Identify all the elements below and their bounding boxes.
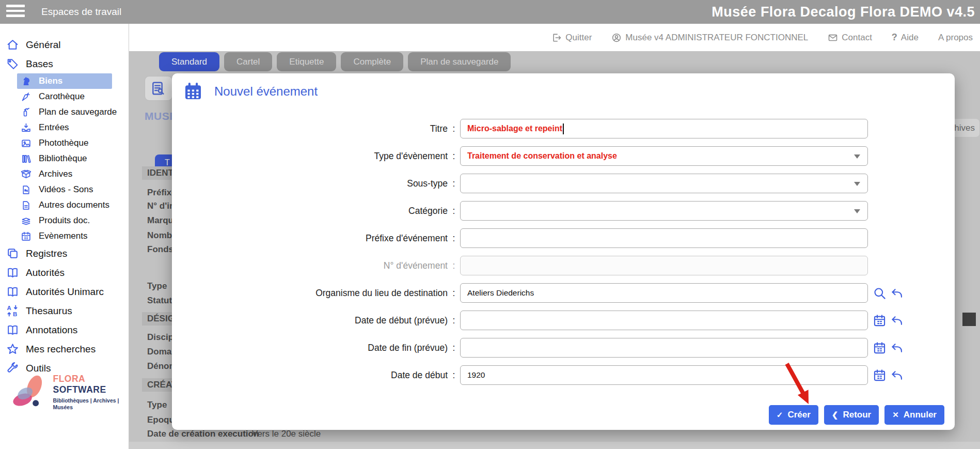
- field-label: Type d'évènement: [172, 151, 448, 162]
- dropdown-caret-icon[interactable]: [854, 209, 860, 213]
- field-action-icons: [873, 368, 904, 382]
- thumbnail-fragment: [962, 313, 976, 326]
- sidebar-item-label: Produits doc.: [39, 215, 90, 226]
- sidebar-item-label: Evènements: [39, 231, 88, 241]
- undo-icon[interactable]: [890, 341, 904, 355]
- input-organisme-du-lieu-de-destination[interactable]: Ateliers Diederichs: [460, 283, 868, 303]
- field-label: Organisme du lieu de destination: [172, 288, 448, 299]
- sidebar-item-autres-documents[interactable]: Autres documents: [0, 197, 129, 213]
- dropdown-caret-icon[interactable]: [854, 182, 860, 186]
- calendar-icon[interactable]: [873, 368, 887, 382]
- dialog-buttons: ✓Créer❮Retour✕Annuler: [769, 405, 944, 425]
- sidebar-item-vid-os-sons[interactable]: Vidéos - Sons: [0, 182, 129, 197]
- form-row-titre: Titre:Micro-sablage et repeint: [172, 119, 955, 138]
- dropdown-caret-icon[interactable]: [854, 154, 860, 159]
- translate-icon: AB: [6, 304, 19, 317]
- userbar-item-a-propos[interactable]: A propos: [938, 33, 973, 43]
- button-label: Retour: [843, 410, 871, 420]
- envelope-icon: [828, 33, 838, 43]
- footer-strip: [129, 442, 980, 449]
- sidebar-item-caroth-que[interactable]: Carothèque: [0, 89, 129, 104]
- bg-label-statut: Statut: [147, 296, 172, 306]
- button-label: Créer: [787, 410, 810, 420]
- button-label: Annuler: [904, 410, 937, 420]
- record-tabs: StandardCartelEtiquetteComplètePlan de s…: [159, 52, 511, 71]
- sidebar-item-biblioth-que[interactable]: Bibliothèque: [0, 151, 129, 166]
- books-icon: [21, 153, 31, 164]
- sidebar-item-mes-recherches[interactable]: Mes recherches: [0, 339, 129, 359]
- input-pr-fixe-d-v-nement[interactable]: [460, 228, 868, 248]
- input-titre[interactable]: Micro-sablage et repeint: [460, 119, 868, 138]
- select-sous-type[interactable]: [460, 174, 868, 193]
- sidebar-item-biens[interactable]: Biens: [17, 73, 112, 89]
- userbar-item-contact[interactable]: Contact: [828, 33, 872, 43]
- sidebar-item-phototh-que[interactable]: Photothèque: [0, 135, 129, 151]
- form-row-organisme-du-lieu-de-destination: Organisme du lieu de destination:Atelier…: [172, 283, 955, 303]
- input-date-de-d-but-pr-vue-[interactable]: [460, 311, 868, 330]
- field-colon: :: [448, 370, 460, 381]
- sidebar-item-bases[interactable]: Bases: [0, 54, 129, 73]
- home-icon: [6, 38, 19, 51]
- svg-text:A: A: [7, 305, 11, 311]
- select-cat-gorie[interactable]: [460, 201, 868, 221]
- chevron-left-icon: ❮: [832, 410, 839, 420]
- field-label: Catégorie: [172, 206, 448, 216]
- sidebar-item-registres[interactable]: Registres: [0, 244, 129, 263]
- sidebar-item-annotations[interactable]: Annotations: [0, 320, 129, 339]
- sidebar-item-plan-de-sauvegarde[interactable]: Plan de sauvegarde: [0, 104, 129, 120]
- undo-icon[interactable]: [890, 314, 904, 328]
- calendar-icon[interactable]: [873, 314, 887, 328]
- annuler-button[interactable]: ✕Annuler: [884, 405, 944, 425]
- field-label: Titre: [172, 123, 448, 134]
- top-bar: Espaces de travail Musée Flora Decalog F…: [0, 0, 980, 24]
- svg-text:B: B: [13, 311, 17, 317]
- undo-icon[interactable]: [890, 286, 904, 300]
- field-colon: :: [448, 343, 460, 353]
- check-icon: ✓: [777, 410, 783, 420]
- field-colon: :: [448, 260, 460, 271]
- field-value: Ateliers Diederichs: [467, 288, 534, 298]
- open-box-icon: [21, 169, 31, 180]
- retour-button[interactable]: ❮Retour: [824, 405, 879, 425]
- field-label: Date de début (prévue): [172, 315, 448, 326]
- sidebar-item-autorit-s[interactable]: Autorités: [0, 263, 129, 282]
- input-date-de-d-but[interactable]: 1920: [460, 365, 868, 385]
- person-icon: [611, 33, 622, 43]
- sidebar-item-archives[interactable]: Archives: [0, 166, 129, 182]
- inbox-down-icon: [21, 122, 31, 133]
- sidebar-item-thesaurus[interactable]: ABThesaurus: [0, 301, 129, 320]
- sidebar-item-label: Bibliothèque: [39, 153, 87, 164]
- sidebar-item-g-n-ral[interactable]: Général: [0, 35, 129, 54]
- sidebar-item-produits-doc-[interactable]: Produits doc.: [0, 213, 129, 228]
- undo-icon[interactable]: [890, 368, 904, 382]
- sidebar-item-entr-es[interactable]: Entrées: [0, 120, 129, 135]
- userbar-item-quitter[interactable]: Quitter: [551, 33, 592, 43]
- field-value: Micro-sablage et repeint: [467, 124, 562, 133]
- sidebar-item-ev-nements[interactable]: Evènements: [0, 228, 129, 244]
- sidebar-item-label: Thesaurus: [26, 305, 72, 317]
- tab-etiquette: Etiquette: [277, 52, 336, 71]
- input-date-de-fin-pr-vue-[interactable]: [460, 338, 868, 358]
- logo-software-text: SOFTWARE: [53, 384, 106, 395]
- document-icon: [21, 200, 31, 211]
- userbar-item-aide[interactable]: ?Aide: [892, 32, 919, 43]
- calendar-icon[interactable]: [873, 341, 887, 355]
- list-search-button: [145, 76, 172, 101]
- hamburger-menu-icon[interactable]: [6, 5, 25, 19]
- tab-plan-de-sauvegarde: Plan de sauvegarde: [408, 52, 511, 71]
- search-icon[interactable]: [873, 286, 887, 300]
- userbar-item-mus-e-v4-administrateur-fonctionnel[interactable]: Musée v4 ADMINISTRATEUR FONCTIONNEL: [611, 33, 808, 43]
- question-icon: ?: [892, 32, 897, 43]
- logo-flora-text: FLORA: [53, 374, 85, 384]
- video-file-icon: [21, 184, 31, 195]
- record-date-value: Vers le 20e siècle: [252, 429, 321, 439]
- extinguisher-icon: [21, 107, 31, 118]
- sidebar-item-label: Autorités Unimarc: [26, 286, 104, 298]
- app-title: Musée Flora Decalog Flora DEMO v4.5: [712, 0, 975, 24]
- registers-icon: [6, 247, 19, 260]
- sidebar-item-autorit-s-unimarc[interactable]: Autorités Unimarc: [0, 282, 129, 301]
- cr-er-button[interactable]: ✓Créer: [769, 405, 818, 425]
- select-type-d-v-nement[interactable]: Traitement de conservation et analyse: [460, 146, 868, 166]
- form-row-cat-gorie: Catégorie:: [172, 201, 955, 221]
- userbar-item-label: Musée v4 ADMINISTRATEUR FONCTIONNEL: [625, 33, 808, 43]
